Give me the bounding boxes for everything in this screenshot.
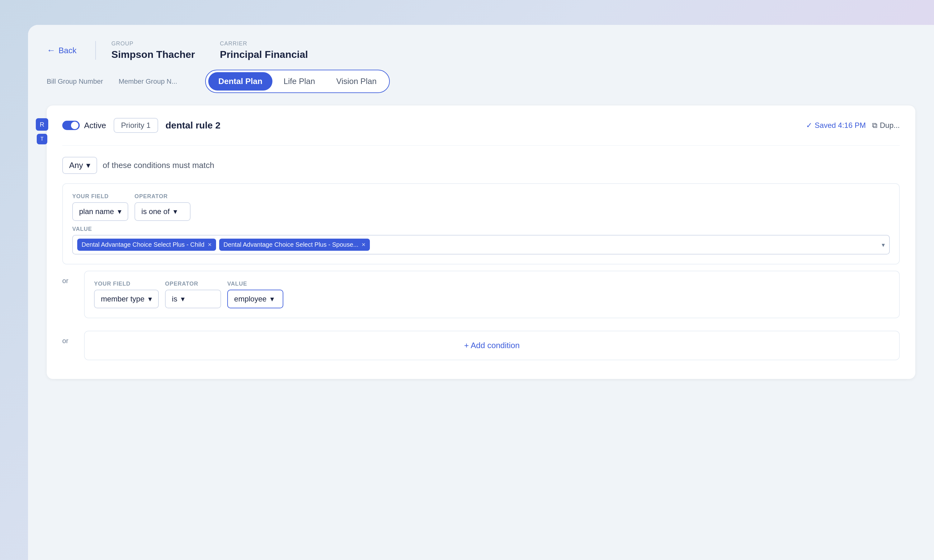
chevron-down-icon: ▾ — [173, 207, 177, 216]
tab-life-plan[interactable]: Life Plan — [274, 72, 325, 91]
conditions-text: of these conditions must match — [103, 160, 214, 170]
your-field-select-2[interactable]: member type ▾ — [94, 290, 159, 308]
rule-card: Active Priority 1 dental rule 2 ✓ Saved … — [47, 105, 916, 379]
priority-badge: Priority 1 — [114, 118, 158, 133]
value-tags-container-1[interactable]: Dental Advantage Choice Select Plus - Ch… — [72, 235, 890, 254]
group-info: GROUP Simpson Thacher — [111, 40, 195, 60]
back-label: Back — [59, 46, 77, 55]
carrier-name: Principal Financial — [220, 49, 308, 60]
operator-select-2[interactable]: is ▾ — [165, 290, 221, 308]
check-icon: ✓ — [806, 121, 812, 130]
field-row-2: YOUR FIELD member type ▾ OPERATOR is ▾ — [94, 281, 890, 308]
duplicate-button[interactable]: ⧉ Dup... — [872, 121, 900, 130]
your-field-label-1: YOUR FIELD — [72, 193, 128, 200]
rule-name: dental rule 2 — [166, 120, 221, 131]
add-condition-box: + Add condition — [84, 331, 900, 360]
chevron-down-icon: ▾ — [118, 207, 122, 216]
chevron-down-icon: ▾ — [181, 295, 185, 303]
header-divider — [95, 41, 96, 60]
condition-group-2: YOUR FIELD member type ▾ OPERATOR is ▾ — [84, 271, 900, 318]
tabs-container: Dental Plan Life Plan Vision Plan — [205, 70, 390, 93]
chevron-down-icon: ▾ — [86, 160, 90, 170]
conditions-header: Any ▾ of these conditions must match — [62, 157, 900, 174]
or-label: or — [62, 277, 75, 285]
operator-label-1: OPERATOR — [134, 193, 191, 200]
rule-header-right: ✓ Saved 4:16 PM ⧉ Dup... — [806, 121, 900, 130]
field-column-your-field-1: YOUR FIELD plan name ▾ — [72, 193, 128, 221]
value-tag-2: Dental Advantage Choice Select Plus - Sp… — [219, 238, 370, 251]
carrier-info: CARRIER Principal Financial — [220, 40, 308, 60]
value-label-2: VALUE — [227, 281, 283, 287]
group-name: Simpson Thacher — [111, 49, 195, 60]
value-select-2[interactable]: employee ▾ — [227, 290, 283, 308]
value-tag-1: Dental Advantage Choice Select Plus - Ch… — [77, 238, 216, 251]
group-label: GROUP — [111, 40, 195, 47]
field-row-1: YOUR FIELD plan name ▾ OPERATOR is one o… — [72, 193, 890, 221]
sidebar-icon-1[interactable]: R — [36, 118, 48, 131]
your-field-label-2: YOUR FIELD — [94, 281, 159, 287]
operator-label-2: OPERATOR — [165, 281, 221, 287]
value-section-1: VALUE Dental Advantage Choice Select Plu… — [72, 226, 890, 254]
header: ← Back GROUP Simpson Thacher CARRIER Pri… — [28, 25, 934, 70]
content-area: Active Priority 1 dental rule 2 ✓ Saved … — [28, 99, 934, 547]
carrier-label: CARRIER — [220, 40, 308, 47]
tags-dropdown-arrow[interactable]: ▾ — [882, 241, 885, 249]
chevron-down-icon: ▾ — [270, 295, 274, 303]
your-field-select-1[interactable]: plan name ▾ — [72, 202, 128, 221]
rule-header: Active Priority 1 dental rule 2 ✓ Saved … — [62, 118, 900, 133]
breadcrumb-member-group: Member Group N... — [119, 77, 177, 86]
operator-select-1[interactable]: is one of ▾ — [134, 202, 191, 221]
breadcrumb-bill-group: Bill Group Number — [47, 77, 103, 86]
field-column-operator-2: OPERATOR is ▾ — [165, 281, 221, 308]
copy-icon: ⧉ — [872, 121, 877, 130]
add-condition-row: or + Add condition — [62, 331, 900, 360]
active-label: Active — [84, 121, 106, 130]
tag-close-icon-1[interactable]: ✕ — [208, 242, 212, 248]
second-condition-row: or YOUR FIELD member type ▾ OPERATOR — [62, 271, 900, 325]
field-column-operator-1: OPERATOR is one of ▾ — [134, 193, 191, 221]
toggle-container: Active — [62, 121, 106, 130]
any-dropdown[interactable]: Any ▾ — [62, 157, 97, 174]
sidebar-icon-2[interactable]: T — [37, 134, 47, 145]
tab-vision-plan[interactable]: Vision Plan — [326, 72, 387, 91]
back-arrow-icon: ← — [47, 45, 55, 55]
condition-group-1: YOUR FIELD plan name ▾ OPERATOR is one o… — [62, 183, 900, 265]
rule-divider — [62, 145, 900, 146]
field-column-your-field-2: YOUR FIELD member type ▾ — [94, 281, 159, 308]
tag-close-icon-2[interactable]: ✕ — [361, 242, 365, 248]
value-label-1: VALUE — [72, 226, 92, 232]
or-label-2: or — [62, 337, 75, 345]
add-condition-button[interactable]: + Add condition — [464, 341, 520, 350]
saved-label: ✓ Saved 4:16 PM — [806, 121, 866, 130]
back-button[interactable]: ← Back — [47, 45, 77, 55]
active-toggle[interactable] — [62, 121, 80, 130]
chevron-down-icon: ▾ — [148, 295, 152, 303]
sidebar-icons: R T — [28, 112, 56, 145]
field-column-value-2: VALUE employee ▾ — [227, 281, 283, 308]
tab-dental-plan[interactable]: Dental Plan — [208, 72, 273, 91]
